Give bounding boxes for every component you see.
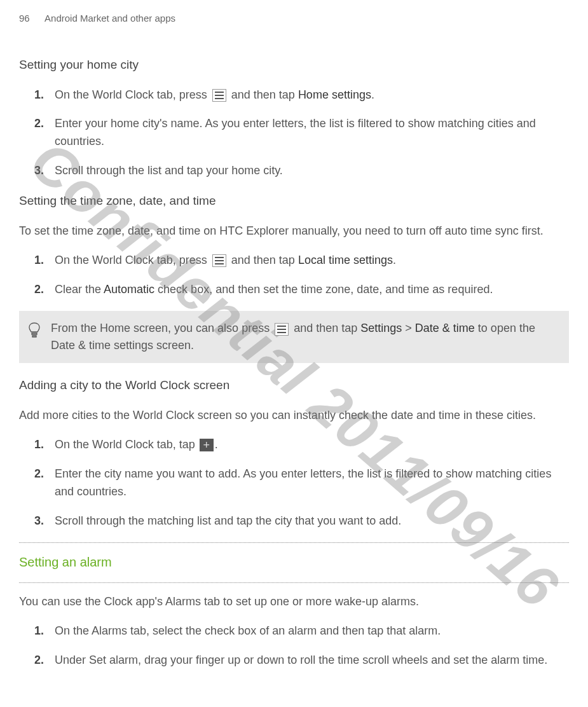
text-fragment: From the Home screen, you can also press [51,322,273,334]
paragraph: You can use the Clock app's Alarms tab t… [19,593,569,611]
text-bold: Automatic [104,283,154,296]
steps-add-city: 1. On the World Clock tab, tap +. 2. Ent… [34,436,569,530]
chapter-title: Android Market and other apps [44,13,175,24]
step-number: 1. [34,86,55,104]
list-item: 1. On the World Clock tab, tap +. [34,436,569,454]
page-number: 96 [19,11,30,25]
section-heading-home-city: Setting your home city [19,57,569,74]
list-item: 1. On the World Clock tab, press and the… [34,252,569,270]
text-bold: Local time settings [298,254,393,266]
step-text: Clear the Automatic check box, and then … [55,281,569,299]
text-fragment: On the World Clock tab, press [55,254,210,266]
text-fragment: and then tap [228,88,298,101]
list-item: 3. Scroll through the matching list and … [34,512,569,530]
step-number: 2. [34,652,55,669]
step-number: 1. [34,622,55,640]
steps-home-city: 1. On the World Clock tab, press and the… [34,86,569,181]
plus-icon: + [200,439,214,451]
step-text: On the World Clock tab, tap +. [55,436,569,454]
divider [19,542,569,543]
text-fragment: and then tap [291,322,360,334]
step-text: On the Alarms tab, select the check box … [55,622,569,640]
text-fragment: On the World Clock tab, press [55,88,210,101]
text-fragment: . [393,254,396,266]
text-fragment: On the World Clock tab, tap [55,438,198,451]
step-text: Scroll through the list and tap your hom… [55,162,569,180]
list-item: 1. On the Alarms tab, select the check b… [34,622,569,640]
section-heading-add-city: Adding a city to the World Clock screen [19,377,569,394]
text-fragment: check box, and then set the time zone, d… [154,283,493,296]
list-item: 1. On the World Clock tab, press and the… [34,86,569,104]
tip-box: From the Home screen, you can also press… [19,311,569,363]
step-number: 1. [34,436,55,454]
step-number: 2. [34,281,55,299]
text-fragment: . [215,438,218,451]
list-item: 2. Enter your home city's name. As you e… [34,115,569,151]
divider [19,582,569,583]
step-text: Under Set alarm, drag your finger up or … [55,652,569,669]
step-number: 3. [34,162,55,180]
list-item: 2. Clear the Automatic check box, and th… [34,281,569,299]
step-text: Scroll through the matching list and tap… [55,512,569,530]
text-bold: Date & time [415,322,475,334]
page-header: 96 Android Market and other apps [19,11,569,25]
text-fragment: Clear the [55,283,104,296]
paragraph: Add more cities to the World Clock scree… [19,407,569,425]
steps-timezone: 1. On the World Clock tab, press and the… [34,252,569,299]
list-item: 3. Scroll through the list and tap your … [34,162,569,180]
text-bold: Home settings [298,88,371,101]
tip-text: From the Home screen, you can also press… [51,320,560,354]
section-heading-timezone: Setting the time zone, date, and time [19,193,569,210]
list-item: 2. Under Set alarm, drag your finger up … [34,652,569,669]
step-text: Enter your home city's name. As you ente… [55,115,569,151]
step-text: On the World Clock tab, press and then t… [55,86,569,104]
paragraph: To set the time zone, date, and time on … [19,223,569,240]
lightbulb-icon [28,322,41,344]
step-number: 2. [34,115,55,151]
step-number: 3. [34,512,55,530]
text-fragment: > [402,322,415,334]
step-number: 2. [34,465,55,501]
text-fragment: and then tap [228,254,298,266]
steps-alarm: 1. On the Alarms tab, select the check b… [34,622,569,669]
list-item: 2. Enter the city name you want to add. … [34,465,569,501]
step-text: Enter the city name you want to add. As … [55,465,569,501]
step-text: On the World Clock tab, press and then t… [55,252,569,270]
text-fragment: . [371,88,374,101]
menu-icon [275,323,289,336]
major-heading-alarm: Setting an alarm [19,549,569,575]
step-number: 1. [34,252,55,270]
text-bold: Settings [360,322,402,334]
menu-icon [212,254,226,267]
menu-icon [212,89,226,102]
